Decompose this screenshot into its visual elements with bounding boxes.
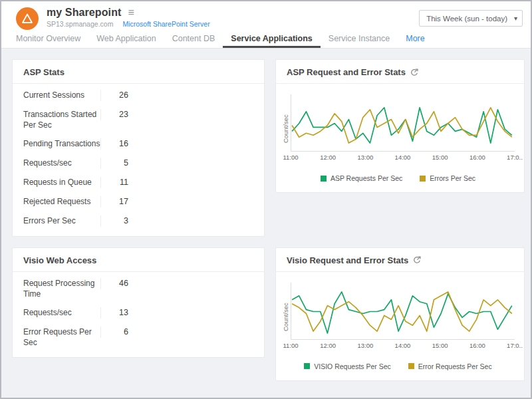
stat-value: 26 <box>100 90 128 101</box>
chart-body: Count/sec 11:0012:0013:0014:0015:0016:00… <box>276 272 524 370</box>
stat-label: Rejected Requests <box>23 196 100 207</box>
monitor-logo <box>16 7 39 30</box>
x-tick-label: 15:00 <box>432 342 448 349</box>
stat-label: Error Requests Per Sec <box>23 327 100 348</box>
x-tick-label: 16:00 <box>469 342 485 349</box>
tab-monitor-overview[interactable]: Monitor Overview <box>8 34 88 48</box>
triangle-icon <box>21 12 34 25</box>
host-name: SP13.spmanage.com <box>47 20 113 28</box>
panel-title: ASP Request and Error Stats <box>287 67 406 77</box>
stat-value: 5 <box>100 158 128 169</box>
legend-item[interactable]: ASP Requests Per Sec <box>321 174 402 182</box>
stat-row: Errors Per Sec 3 <box>13 211 264 231</box>
time-range-dropdown[interactable]: This Week (sun - today) ▾ <box>419 10 523 27</box>
legend: VISIO Requests Per SecError Requests Per… <box>281 362 515 370</box>
x-tick-label: 17:0.. <box>507 154 523 161</box>
visio-stats-panel: Visio Web Access Request Processing Time… <box>12 247 265 358</box>
stat-row: Rejected Requests 17 <box>13 192 264 211</box>
x-tick-label: 11:00 <box>283 154 298 161</box>
x-tick-label: 17:0.. <box>507 342 523 349</box>
x-tick-label: 15:00 <box>432 154 448 161</box>
legend-swatch-icon <box>420 176 426 182</box>
stat-label: Pending Transactions <box>23 138 100 149</box>
stat-row: Request Processing Time 46 <box>13 274 264 303</box>
x-tick-label: 14:00 <box>395 154 411 161</box>
stat-row: Current Sessions 26 <box>13 86 264 105</box>
stat-label: Requests/sec <box>23 307 100 318</box>
legend-item[interactable]: Errors Per Sec <box>420 174 475 182</box>
panel-title: Visio Web Access <box>23 255 96 265</box>
line-chart[interactable] <box>291 94 515 152</box>
hamburger-menu-icon[interactable]: ≡ <box>128 7 134 18</box>
x-tick-label: 12:00 <box>320 154 336 161</box>
stat-row: Requests/sec 5 <box>13 154 264 173</box>
server-type-link[interactable]: Microsoft SharePoint Server <box>122 20 209 28</box>
tab-web-application[interactable]: Web Application <box>88 34 164 48</box>
tab-more[interactable]: More <box>398 34 432 48</box>
open-in-new-icon[interactable] <box>413 256 421 264</box>
x-tick-label: 14:00 <box>395 342 411 349</box>
stat-value: 3 <box>100 215 128 227</box>
visio-stats-rows: Request Processing Time 46 Requests/sec … <box>13 272 264 358</box>
stat-row: Pending Transactions 16 <box>13 134 264 154</box>
dashboard-content: ASP Stats Current Sessions 26 Transactio… <box>1 49 531 381</box>
stat-label: Errors Per Sec <box>23 215 100 226</box>
stat-row: Requests/sec 13 <box>13 303 264 323</box>
panel-title: ASP Stats <box>23 67 65 77</box>
visio-chart-panel: Visio Request and Error Stats Count/sec … <box>275 247 525 381</box>
x-tick-label: 16:00 <box>469 154 485 161</box>
stat-value: 16 <box>100 138 128 150</box>
stat-label: Transactions Started Per Sec <box>23 109 100 130</box>
tab-content-db[interactable]: Content DB <box>164 34 223 48</box>
chevron-down-icon: ▾ <box>514 15 517 22</box>
stat-row: Error Requests Per Sec 6 <box>13 323 264 352</box>
legend-swatch-icon <box>321 176 327 182</box>
stat-label: Request Processing Time <box>23 278 100 299</box>
stat-value: 46 <box>100 278 128 289</box>
x-tick-label: 12:00 <box>320 342 336 349</box>
asp-stats-panel: ASP Stats Current Sessions 26 Transactio… <box>12 59 265 237</box>
stat-value: 23 <box>100 109 128 120</box>
legend-item[interactable]: VISIO Requests Per Sec <box>304 362 391 370</box>
legend-label: Errors Per Sec <box>430 174 475 182</box>
legend-item[interactable]: Error Requests Per Sec <box>408 362 492 370</box>
legend-label: ASP Requests Per Sec <box>331 174 402 182</box>
tab-service-instance[interactable]: Service Instance <box>321 34 398 48</box>
legend: ASP Requests Per SecErrors Per Sec <box>281 174 515 182</box>
legend-label: VISIO Requests Per Sec <box>314 362 391 370</box>
legend-swatch-icon <box>408 363 414 369</box>
panel-title: Visio Request and Error Stats <box>287 255 408 265</box>
asp-chart-panel: ASP Request and Error Stats Count/sec 11… <box>275 59 525 193</box>
legend-label: Error Requests Per Sec <box>418 362 492 370</box>
x-tick-label: 13:00 <box>357 342 373 349</box>
nav-tabs: Monitor Overview Web Application Content… <box>1 33 531 49</box>
stat-value: 6 <box>100 327 128 338</box>
x-ticks: 11:0012:0013:0014:0015:0016:0017:0.. <box>291 154 515 164</box>
title-block: my Sharepoint ≡ SP13.spmanage.com Micros… <box>47 7 210 33</box>
stat-label: Requests in Queue <box>23 177 100 188</box>
stat-value: 13 <box>100 307 128 319</box>
stat-label: Requests/sec <box>23 158 100 168</box>
tab-service-applications[interactable]: Service Applications <box>223 34 321 48</box>
chart-body: Count/sec 11:0012:0013:0014:0015:0016:00… <box>276 84 524 182</box>
time-range-value: This Week (sun - today) <box>426 15 507 23</box>
sharepoint-monitor-window: { "header": { "title": "my Sharepoint", … <box>0 0 532 399</box>
app-header: my Sharepoint ≡ SP13.spmanage.com Micros… <box>1 1 531 33</box>
legend-swatch-icon <box>304 363 310 369</box>
asp-stats-rows: Current Sessions 26 Transactions Started… <box>13 84 264 236</box>
x-ticks: 11:0012:0013:0014:0015:0016:0017:0.. <box>291 342 515 352</box>
stat-row: Transactions Started Per Sec 23 <box>13 105 264 134</box>
stat-value: 17 <box>100 196 128 207</box>
line-chart[interactable] <box>291 283 515 340</box>
stat-value: 11 <box>100 177 128 188</box>
stat-row: Requests in Queue 11 <box>13 173 264 192</box>
x-tick-label: 11:00 <box>283 342 298 349</box>
x-tick-label: 13:00 <box>357 154 373 161</box>
stat-label: Current Sessions <box>23 90 100 100</box>
open-in-new-icon[interactable] <box>410 68 418 76</box>
page-title: my Sharepoint <box>47 7 121 19</box>
